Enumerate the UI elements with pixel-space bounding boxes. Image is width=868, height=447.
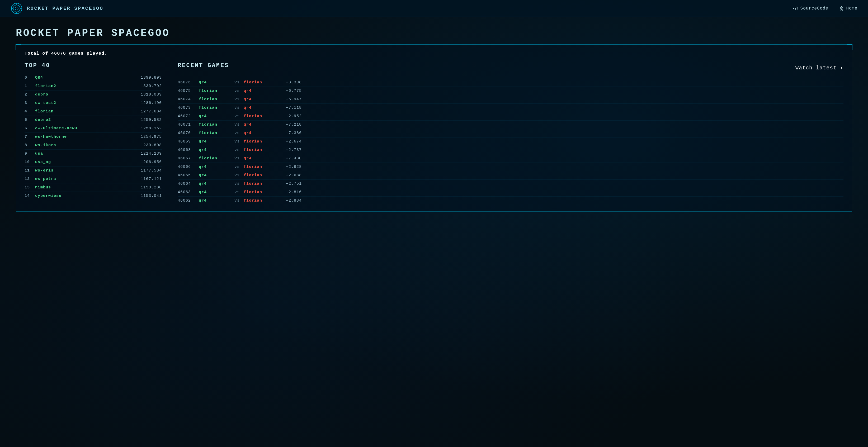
recent-game-row: 46073 florian vs qr4 +7.118 [178, 104, 843, 112]
game-score-change: +7.430 [275, 156, 302, 161]
top40-title: TOP 40 [25, 62, 162, 69]
recent-game-row: 46076 qr4 vs florian +3.398 [178, 78, 843, 87]
recent-game-row: 46074 florian vs qr4 +6.947 [178, 95, 843, 104]
game-player1: qr4 [199, 139, 230, 144]
recent-game-row: 46071 florian vs qr4 +7.218 [178, 121, 843, 129]
game-player1: qr4 [199, 182, 230, 186]
game-id: 46065 [178, 173, 199, 178]
svg-point-2 [15, 7, 18, 10]
game-player1: qr4 [199, 173, 230, 178]
player-name: cyberwiese [35, 194, 93, 198]
player-name: cw-test2 [35, 101, 93, 105]
player-name: cw-ultimate-new3 [35, 126, 93, 131]
nav-logo: ROCKET PAPER SPACEGOO [10, 2, 103, 14]
watch-latest-label: Watch latest [796, 65, 837, 71]
game-id: 46070 [178, 131, 199, 135]
player-rank: 13 [25, 185, 35, 190]
main-content: ROCKET PAPER SPACEGOO Total of 46076 gam… [0, 17, 868, 222]
game-player2: florian [244, 114, 275, 119]
leaderboard-row: 13 nimbus 1159.280 [25, 183, 162, 192]
player-score: 1214.239 [93, 152, 162, 156]
game-player1: qr4 [199, 80, 230, 85]
player-name: usa [35, 152, 93, 156]
game-id: 46066 [178, 165, 199, 169]
player-name: usa_og [35, 160, 93, 164]
leaderboard-row: 10 usa_og 1206.956 [25, 158, 162, 166]
watch-latest-button[interactable]: Watch latest › [796, 65, 843, 71]
game-score-change: +6.947 [275, 97, 302, 102]
player-name: ws-eris [35, 168, 93, 173]
game-score-change: +2.737 [275, 148, 302, 152]
game-score-change: +6.775 [275, 89, 302, 93]
game-player2: florian [244, 190, 275, 194]
recent-game-row: 46066 qr4 vs florian +2.628 [178, 163, 843, 171]
game-player1: florian [199, 97, 230, 102]
game-player2: florian [244, 198, 275, 203]
player-rank: 12 [25, 177, 35, 181]
game-score-change: +2.816 [275, 190, 302, 194]
game-player1: qr4 [199, 190, 230, 194]
recent-game-row: 46068 qr4 vs florian +2.737 [178, 146, 843, 154]
leaderboard-row: 3 cw-test2 1286.190 [25, 99, 162, 107]
game-player1: florian [199, 105, 230, 110]
game-score-change: +7.386 [275, 131, 302, 135]
svg-point-1 [13, 5, 20, 12]
game-id: 46069 [178, 139, 199, 144]
player-name: QR4 [35, 75, 93, 80]
player-score: 1153.041 [93, 194, 162, 198]
leaderboard-row: 0 QR4 1399.893 [25, 74, 162, 82]
recent-game-row: 46070 florian vs qr4 +7.386 [178, 129, 843, 137]
total-games-text: Total of 46076 games played. [25, 51, 843, 56]
player-score: 1318.039 [93, 92, 162, 97]
leaderboard-row: 12 ws-petra 1167.121 [25, 175, 162, 183]
total-games-suffix: games played. [66, 51, 107, 56]
player-name: florian [35, 109, 93, 114]
game-player2: qr4 [244, 89, 275, 93]
game-id: 46062 [178, 198, 199, 203]
home-link[interactable]: Home [839, 6, 858, 11]
player-score: 1159.280 [93, 185, 162, 190]
leaderboard-row: 5 debro2 1259.582 [25, 116, 162, 124]
vs-label: vs [230, 182, 244, 186]
vs-label: vs [230, 148, 244, 152]
leaderboard-row: 2 debro 1318.039 [25, 91, 162, 99]
game-player1: florian [199, 131, 230, 135]
game-score-change: +3.398 [275, 80, 302, 85]
game-player2: florian [244, 173, 275, 178]
recent-game-row: 46072 qr4 vs florian +2.952 [178, 112, 843, 121]
source-code-link[interactable]: SourceCode [793, 6, 828, 11]
recent-game-row: 46075 florian vs qr4 +6.775 [178, 87, 843, 95]
player-score: 1230.808 [93, 143, 162, 148]
game-score-change: +7.118 [275, 105, 302, 110]
game-player1: qr4 [199, 165, 230, 169]
game-player1: florian [199, 89, 230, 93]
player-rank: 7 [25, 135, 35, 139]
player-score: 1259.582 [93, 118, 162, 122]
player-score: 1177.584 [93, 168, 162, 173]
game-id: 46076 [178, 80, 199, 85]
leaderboard-row: 11 ws-eris 1177.584 [25, 166, 162, 175]
player-rank: 4 [25, 109, 35, 114]
game-score-change: +2.884 [275, 198, 302, 203]
vs-label: vs [230, 80, 244, 85]
game-player1: qr4 [199, 148, 230, 152]
recent-game-row: 46065 qr4 vs florian +2.688 [178, 171, 843, 180]
leaderboard-row: 7 ws-hawthorne 1254.975 [25, 133, 162, 141]
game-id: 46072 [178, 114, 199, 119]
player-rank: 8 [25, 143, 35, 148]
chevron-right-icon: › [840, 65, 843, 71]
game-player1: qr4 [199, 198, 230, 203]
recent-games-list: 46076 qr4 vs florian +3.398 46075 floria… [178, 78, 843, 205]
nav-title: ROCKET PAPER SPACEGOO [27, 6, 103, 11]
recent-game-row: 46062 qr4 vs florian +2.884 [178, 197, 843, 205]
player-rank: 10 [25, 160, 35, 164]
game-id: 46064 [178, 182, 199, 186]
game-player2: qr4 [244, 97, 275, 102]
vs-label: vs [230, 139, 244, 144]
game-id: 46071 [178, 122, 199, 127]
leaderboard-row: 14 cyberwiese 1153.041 [25, 192, 162, 200]
game-player2: qr4 [244, 131, 275, 135]
game-player1: qr4 [199, 114, 230, 119]
game-player2: florian [244, 165, 275, 169]
player-rank: 3 [25, 101, 35, 105]
